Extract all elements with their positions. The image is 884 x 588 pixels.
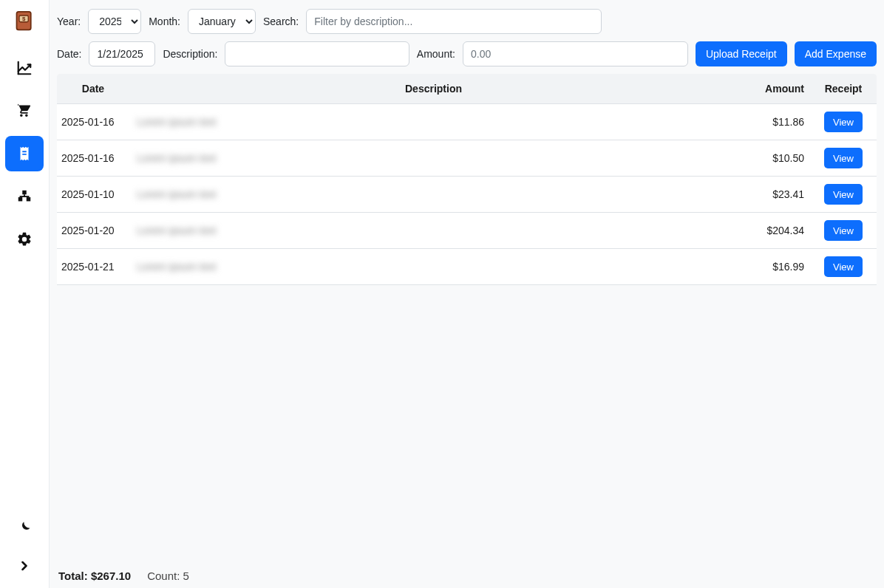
cell-date: 2025-01-16 <box>57 104 131 140</box>
cell-description: Lorem ipsum text <box>131 177 736 213</box>
nav-categories[interactable] <box>5 179 44 214</box>
sidebar: $ <box>0 0 50 588</box>
expenses-table-wrap: Date Description Amount Receipt 2025-01-… <box>57 74 877 565</box>
month-label: Month: <box>149 16 180 27</box>
cell-description: Lorem ipsum text <box>131 249 736 285</box>
cell-receipt: View <box>810 213 877 249</box>
svg-rect-3 <box>22 191 27 195</box>
svg-text:$: $ <box>22 16 26 22</box>
summary-footer: Total: $267.10 Count: 5 <box>57 565 877 584</box>
view-receipt-button[interactable]: View <box>824 220 863 241</box>
sidebar-bottom <box>10 513 39 581</box>
cell-description: Lorem ipsum text <box>131 213 736 249</box>
search-input[interactable] <box>306 9 602 34</box>
cart-icon <box>16 103 33 119</box>
app-logo: $ <box>13 9 36 33</box>
cell-amount: $23.41 <box>736 177 810 213</box>
filter-row: Year: 2025 Month: January Search: <box>57 9 877 34</box>
view-receipt-button[interactable]: View <box>824 256 863 277</box>
cell-date: 2025-01-20 <box>57 213 131 249</box>
cell-description: Lorem ipsum text <box>131 104 736 140</box>
receipt-icon <box>16 146 33 162</box>
cell-receipt: View <box>810 104 877 140</box>
count-value: 5 <box>183 570 189 582</box>
gear-icon <box>16 231 33 247</box>
table-row: 2025-01-16Lorem ipsum text$11.86View <box>57 104 877 140</box>
cell-amount: $10.50 <box>736 140 810 177</box>
nav-dashboard[interactable] <box>5 50 44 86</box>
count-label: Count: <box>147 570 180 582</box>
amount-label: Amount: <box>417 48 455 60</box>
th-description: Description <box>131 74 736 104</box>
boxes-icon <box>16 188 33 205</box>
upload-receipt-button[interactable]: Upload Receipt <box>696 41 787 66</box>
description-label: Description: <box>163 48 217 60</box>
cell-amount: $16.99 <box>736 249 810 285</box>
svg-rect-5 <box>27 197 31 202</box>
nav-settings[interactable] <box>5 222 44 257</box>
table-row: 2025-01-10Lorem ipsum text$23.41View <box>57 177 877 213</box>
theme-toggle[interactable] <box>10 513 39 542</box>
total-value: $267.10 <box>91 570 131 582</box>
chart-line-icon <box>16 60 33 76</box>
year-label: Year: <box>57 16 81 27</box>
description-input[interactable] <box>225 41 409 66</box>
nav-shopping[interactable] <box>5 93 44 129</box>
svg-rect-4 <box>18 197 23 202</box>
year-select[interactable]: 2025 <box>88 9 141 34</box>
cell-date: 2025-01-21 <box>57 249 131 285</box>
table-row: 2025-01-21Lorem ipsum text$16.99View <box>57 249 877 285</box>
search-label: Search: <box>263 16 299 27</box>
view-receipt-button[interactable]: View <box>824 184 863 205</box>
cell-amount: $11.86 <box>736 104 810 140</box>
total-label: Total: <box>58 570 88 582</box>
chevron-right-icon <box>17 558 32 573</box>
expenses-table: Date Description Amount Receipt 2025-01-… <box>57 74 877 285</box>
table-row: 2025-01-20Lorem ipsum text$204.34View <box>57 213 877 249</box>
cell-description: Lorem ipsum text <box>131 140 736 177</box>
view-receipt-button[interactable]: View <box>824 112 863 132</box>
nav-receipts[interactable] <box>5 136 44 171</box>
table-row: 2025-01-16Lorem ipsum text$10.50View <box>57 140 877 177</box>
svg-rect-7 <box>20 196 30 197</box>
cell-receipt: View <box>810 177 877 213</box>
expand-sidebar[interactable] <box>10 551 39 581</box>
form-row: Date: Description: Amount: Upload Receip… <box>57 41 877 66</box>
cell-receipt: View <box>810 140 877 177</box>
count-summary: Count: 5 <box>147 570 189 582</box>
view-receipt-button[interactable]: View <box>824 148 863 168</box>
amount-input[interactable] <box>463 41 688 66</box>
add-expense-button[interactable]: Add Expense <box>795 41 877 66</box>
cell-date: 2025-01-16 <box>57 140 131 177</box>
nav-items <box>5 50 44 257</box>
main-content: Year: 2025 Month: January Search: Date: … <box>50 0 884 588</box>
month-select[interactable]: January <box>188 9 256 34</box>
date-label: Date: <box>57 48 81 60</box>
th-receipt: Receipt <box>810 74 877 104</box>
moon-icon <box>17 520 32 535</box>
date-input[interactable] <box>89 41 155 66</box>
total-summary: Total: $267.10 <box>58 570 131 582</box>
cell-date: 2025-01-10 <box>57 177 131 213</box>
th-date: Date <box>57 74 131 104</box>
cell-amount: $204.34 <box>736 213 810 249</box>
th-amount: Amount <box>736 74 810 104</box>
cell-receipt: View <box>810 249 877 285</box>
